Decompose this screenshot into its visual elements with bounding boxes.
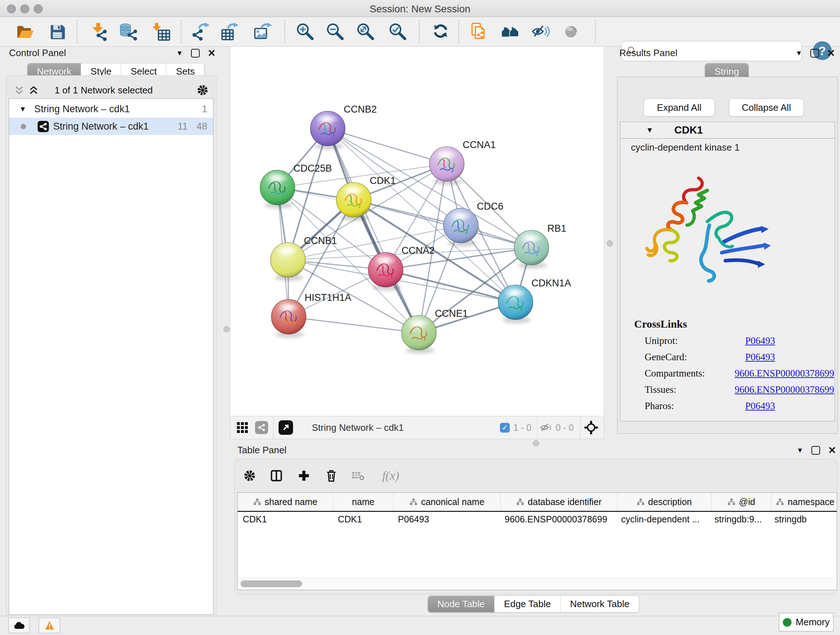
close-panel-icon[interactable]: ✕ bbox=[827, 50, 835, 57]
network-edge[interactable] bbox=[289, 317, 419, 333]
column-header-name[interactable]: name bbox=[333, 493, 393, 511]
import-table-icon[interactable] bbox=[151, 21, 171, 42]
bottom-divider-handle[interactable] bbox=[533, 440, 539, 447]
crosslink-value-link[interactable]: P06493 bbox=[745, 352, 775, 363]
table-horizontal-scrollbar[interactable] bbox=[238, 578, 836, 589]
collapse-all-button[interactable]: Collapse All bbox=[729, 98, 804, 117]
save-session-icon[interactable] bbox=[47, 21, 67, 42]
toolbar-separator bbox=[595, 20, 596, 43]
delete-table-icon bbox=[349, 467, 367, 485]
crosslink-value-link[interactable]: 9606.ENSP00000378699 bbox=[735, 368, 834, 379]
table-options-gear-icon[interactable] bbox=[241, 467, 258, 485]
toolbar-separator bbox=[458, 20, 459, 43]
node-count: 11 bbox=[178, 121, 188, 132]
network-node-CDK1[interactable] bbox=[336, 182, 371, 217]
copy-network-icon[interactable] bbox=[469, 21, 489, 42]
table-cell[interactable]: stringdb bbox=[769, 514, 837, 524]
export-image-icon[interactable] bbox=[253, 21, 273, 42]
show-all-icon[interactable] bbox=[561, 21, 581, 42]
network-edge[interactable] bbox=[354, 200, 531, 248]
node-table: shared namenamecanonical namedatabase id… bbox=[237, 492, 837, 590]
import-database-icon[interactable] bbox=[118, 21, 139, 42]
collapse-panel-icon[interactable]: ▼ bbox=[797, 447, 804, 454]
column-header-shared-name[interactable]: shared name bbox=[238, 493, 333, 511]
hide-selected-icon[interactable] bbox=[531, 21, 551, 42]
network-node-RB1[interactable] bbox=[514, 230, 549, 265]
tab-node-table[interactable]: Node Table bbox=[428, 596, 494, 612]
birdseye-share-icon[interactable] bbox=[255, 421, 268, 434]
selected-counts: 1 - 0 bbox=[513, 423, 531, 433]
network-node-CCNA2[interactable] bbox=[368, 252, 403, 287]
selected-checkbox-icon[interactable]: ✓ bbox=[500, 423, 510, 432]
network-node-CDKN1A[interactable] bbox=[498, 285, 533, 320]
column-header-@id[interactable]: @id bbox=[711, 493, 772, 511]
network-node-CDC6[interactable] bbox=[444, 208, 478, 243]
expand-all-button[interactable]: Expand All bbox=[644, 98, 715, 117]
cloud-status-button[interactable] bbox=[8, 618, 30, 633]
table-cell[interactable]: CDK1 bbox=[238, 514, 333, 524]
add-column-icon[interactable] bbox=[295, 467, 313, 485]
open-session-icon[interactable] bbox=[14, 21, 35, 42]
column-header-database-identifier[interactable]: database identifier bbox=[501, 493, 617, 511]
network-node-CCNA1[interactable] bbox=[429, 147, 464, 181]
table-cell[interactable]: cyclin-dependent ... bbox=[616, 514, 709, 524]
float-panel-icon[interactable] bbox=[810, 49, 819, 57]
export-table-icon[interactable] bbox=[219, 21, 240, 42]
delete-column-icon[interactable] bbox=[323, 467, 340, 485]
network-node-CCNB1[interactable] bbox=[271, 242, 305, 277]
zoom-out-icon[interactable] bbox=[325, 21, 345, 42]
tab-edge-table[interactable]: Edge Table bbox=[494, 596, 561, 612]
right-divider-handle[interactable] bbox=[607, 241, 613, 247]
memory-button[interactable]: Memory bbox=[779, 613, 834, 631]
float-panel-icon[interactable] bbox=[812, 446, 820, 455]
network-collection-bar: 1 of 1 Network selected bbox=[9, 82, 213, 98]
table-cell[interactable]: stringdb:9... bbox=[709, 514, 769, 524]
column-header-description[interactable]: description bbox=[617, 493, 711, 511]
fit-crosshair-icon[interactable] bbox=[584, 420, 599, 435]
crosslink-row: Uniprot:P06493 bbox=[645, 335, 834, 347]
network-node-CCNE1[interactable] bbox=[401, 315, 436, 350]
edge-count: 48 bbox=[196, 121, 207, 132]
node-label-CCNE1: CCNE1 bbox=[435, 308, 468, 319]
collapse-panel-icon[interactable]: ▼ bbox=[176, 49, 183, 57]
network-node-CDC25B[interactable] bbox=[260, 170, 295, 205]
refresh-icon[interactable] bbox=[431, 21, 451, 42]
column-header-namespace[interactable]: namespace bbox=[772, 493, 837, 511]
export-network-icon[interactable] bbox=[191, 21, 211, 42]
network-node-CCNB2[interactable] bbox=[310, 111, 345, 146]
import-network-icon[interactable] bbox=[88, 21, 109, 42]
zoom-selected-icon[interactable] bbox=[387, 21, 408, 42]
collapse-section-icon[interactable]: ▼ bbox=[646, 126, 653, 134]
show-columns-icon[interactable] bbox=[268, 467, 285, 485]
collapse-panel-icon[interactable]: ▼ bbox=[796, 49, 802, 57]
close-panel-icon[interactable]: ✕ bbox=[208, 50, 216, 57]
close-panel-icon[interactable]: ✕ bbox=[828, 447, 836, 454]
crosslink-value-link[interactable]: P06493 bbox=[745, 401, 775, 412]
crosslink-value-link[interactable]: P06493 bbox=[745, 335, 775, 347]
network-collection-row[interactable]: ▼ String Network – cdk1 1 bbox=[9, 100, 213, 118]
column-header-canonical-name[interactable]: canonical name bbox=[393, 493, 501, 511]
zoom-in-icon[interactable] bbox=[295, 21, 315, 42]
zoom-fit-icon[interactable] bbox=[355, 21, 376, 42]
network-edge[interactable] bbox=[328, 128, 447, 164]
table-cell[interactable]: CDK1 bbox=[333, 514, 393, 524]
first-neighbors-icon[interactable] bbox=[500, 21, 521, 42]
tree-collapse-icon[interactable]: ▼ bbox=[19, 105, 27, 113]
open-view-icon[interactable] bbox=[279, 420, 293, 435]
network-options-gear-icon[interactable] bbox=[196, 84, 209, 96]
table-row[interactable]: CDK1CDK1P064939606.ENSP00000378699cyclin… bbox=[238, 512, 837, 526]
grid-view-icon[interactable] bbox=[236, 421, 248, 434]
network-canvas[interactable]: CCNB2 CCNA1 CDC25B CDK1 CDC6 RB1 CCNB1 C… bbox=[230, 47, 604, 416]
left-divider-handle[interactable] bbox=[224, 326, 230, 333]
scrollbar-thumb[interactable] bbox=[240, 580, 302, 587]
table-cell[interactable]: P06493 bbox=[393, 514, 500, 524]
float-panel-icon[interactable] bbox=[191, 49, 200, 57]
network-node-HIST1H1A[interactable] bbox=[271, 299, 306, 334]
protein-card-header[interactable]: ▼ CDK1 bbox=[620, 122, 834, 139]
table-cell[interactable]: 9606.ENSP00000378699 bbox=[500, 514, 616, 524]
warning-status-button[interactable] bbox=[39, 618, 60, 633]
network-row-selected[interactable]: String Network – cdk1 11 48 bbox=[9, 118, 213, 135]
hidden-eye-icon[interactable] bbox=[540, 423, 552, 432]
crosslink-value-link[interactable]: 9606.ENSP00000378699 bbox=[735, 384, 834, 395]
tab-network-table[interactable]: Network Table bbox=[561, 596, 639, 612]
